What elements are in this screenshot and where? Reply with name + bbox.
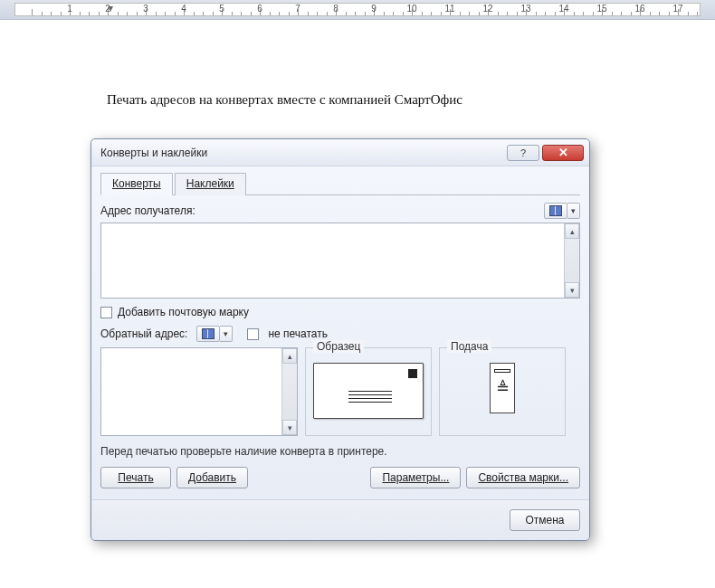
return-scrollbar[interactable]: ▴ ▾ bbox=[281, 348, 297, 435]
stamp-properties-label: Свойства марки... bbox=[478, 471, 568, 484]
tab-strip: Конверты Наклейки bbox=[100, 172, 580, 195]
chevron-down-icon: ▾ bbox=[571, 206, 576, 215]
ruler-number: 9 bbox=[371, 4, 377, 14]
cancel-button[interactable]: Отмена bbox=[510, 509, 580, 531]
document-text: Печать адресов на конвертах вместе с ком… bbox=[107, 92, 715, 108]
feed-arrow-icon: ≜ bbox=[496, 378, 510, 398]
recipient-label-row: Адрес получателя: ▾ bbox=[100, 203, 580, 219]
scroll-down-icon[interactable]: ▾ bbox=[565, 282, 579, 298]
ruler-number: 15 bbox=[596, 4, 606, 14]
ruler-number: 14 bbox=[558, 4, 568, 14]
print-button-label: Печать bbox=[118, 471, 153, 484]
add-stamp-checkbox[interactable] bbox=[100, 307, 112, 318]
envelope-preview bbox=[313, 363, 424, 419]
feed-preview: ≜ bbox=[490, 363, 515, 413]
ruler-area: 1234567891011121314151617▾▴▴ bbox=[0, 0, 715, 20]
recipient-label: Адрес получателя: bbox=[100, 204, 195, 217]
tab-labels-label: Наклейки bbox=[186, 177, 234, 190]
ruler-number: 7 bbox=[295, 4, 300, 14]
add-stamp-label: Добавить почтовую марку bbox=[118, 306, 249, 318]
add-button-label: Добавить bbox=[188, 471, 236, 484]
add-stamp-row: Добавить почтовую марку bbox=[100, 306, 580, 318]
omit-checkbox[interactable] bbox=[247, 328, 259, 340]
recipient-address-field-wrap: ▴ ▾ bbox=[100, 223, 580, 299]
ruler-number: 1 bbox=[67, 4, 72, 14]
ruler-number: 3 bbox=[143, 4, 148, 14]
address-lines-icon bbox=[348, 391, 392, 405]
stamp-icon bbox=[408, 369, 417, 378]
close-icon: ✕ bbox=[558, 146, 568, 159]
ruler-number: 13 bbox=[520, 4, 530, 14]
dialog-footer: Отмена bbox=[91, 499, 589, 540]
tab-labels[interactable]: Наклейки bbox=[175, 173, 246, 195]
scroll-track[interactable] bbox=[565, 239, 579, 282]
ruler-number: 17 bbox=[672, 4, 682, 14]
dialog-body: Конверты Наклейки Адрес получателя: ▾ ▴ bbox=[91, 166, 589, 499]
printer-hint: Перед печатью проверьте наличие конверта… bbox=[100, 445, 580, 458]
ruler-number: 16 bbox=[634, 4, 644, 14]
close-button[interactable]: ✕ bbox=[542, 145, 584, 161]
return-address-wrap: ▴ ▾ bbox=[100, 347, 298, 436]
envelopes-labels-dialog: Конверты и наклейки ? ✕ Конверты Наклейк… bbox=[91, 138, 590, 541]
mid-section: ▴ ▾ Образец Подача bbox=[100, 347, 580, 436]
scroll-down-icon[interactable]: ▾ bbox=[282, 420, 297, 435]
help-icon: ? bbox=[520, 147, 526, 158]
scroll-up-icon[interactable]: ▴ bbox=[565, 223, 579, 239]
return-address-field[interactable] bbox=[101, 348, 281, 435]
dialog-titlebar[interactable]: Конверты и наклейки ? ✕ bbox=[91, 139, 589, 166]
print-button[interactable]: Печать bbox=[100, 467, 171, 488]
preview-title: Образец bbox=[313, 340, 364, 353]
options-button[interactable]: Параметры... bbox=[370, 467, 461, 488]
addressbook-icon bbox=[549, 205, 562, 216]
recipient-address-field[interactable] bbox=[101, 223, 564, 298]
hanging-indent-marker[interactable]: ▴ bbox=[108, 11, 113, 16]
action-button-row: Печать Добавить Параметры... Свойства ма… bbox=[100, 467, 580, 488]
feed-title: Подача bbox=[447, 340, 491, 353]
return-addressbook-dropdown[interactable]: ▾ bbox=[220, 326, 233, 342]
addressbook-icon bbox=[202, 328, 214, 339]
dialog-title: Конверты и наклейки bbox=[100, 147, 504, 159]
tab-envelopes-label: Конверты bbox=[112, 177, 161, 190]
right-indent-marker[interactable]: ▴ bbox=[659, 11, 664, 16]
add-button[interactable]: Добавить bbox=[176, 467, 248, 488]
return-addressbook-button[interactable] bbox=[196, 326, 220, 342]
ruler-number: 5 bbox=[219, 4, 224, 14]
return-label: Обратный адрес: bbox=[100, 327, 187, 340]
recipient-scrollbar[interactable]: ▴ ▾ bbox=[564, 223, 579, 298]
ruler-number: 12 bbox=[482, 4, 492, 14]
recipient-addressbook-button[interactable] bbox=[544, 203, 567, 219]
ruler-number: 4 bbox=[181, 4, 186, 14]
ruler-number: 8 bbox=[333, 4, 338, 14]
ruler-number: 10 bbox=[406, 4, 416, 14]
feed-slot-icon bbox=[494, 369, 510, 373]
help-button[interactable]: ? bbox=[507, 145, 539, 161]
ruler-number: 6 bbox=[257, 4, 262, 14]
horizontal-ruler[interactable]: 1234567891011121314151617▾▴▴ bbox=[14, 3, 701, 16]
omit-label: не печатать bbox=[268, 327, 328, 340]
scroll-track[interactable] bbox=[282, 364, 297, 420]
feed-group[interactable]: Подача ≜ bbox=[439, 347, 566, 436]
ruler-number: 11 bbox=[444, 4, 454, 14]
recipient-addressbook-dropdown[interactable]: ▾ bbox=[567, 203, 580, 219]
options-button-label: Параметры... bbox=[382, 471, 449, 484]
stamp-properties-button[interactable]: Свойства марки... bbox=[466, 467, 580, 488]
chevron-down-icon: ▾ bbox=[224, 329, 228, 338]
tab-envelopes[interactable]: Конверты bbox=[100, 173, 173, 195]
preview-group[interactable]: Образец bbox=[305, 347, 432, 436]
scroll-up-icon[interactable]: ▴ bbox=[282, 348, 297, 364]
